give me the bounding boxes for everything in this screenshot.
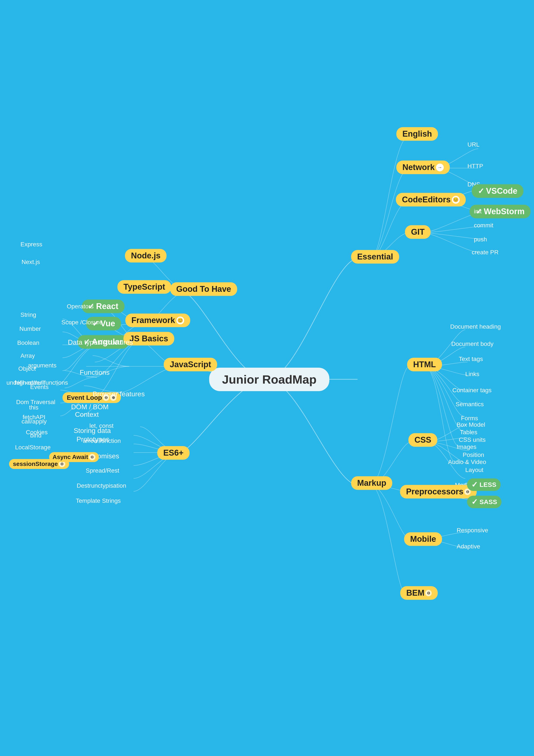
containertags-label: Container tags — [452, 387, 492, 394]
express-label: Express — [20, 241, 42, 248]
bem-label: BEM ⊖ — [400, 586, 438, 600]
links-label: Links — [465, 371, 479, 378]
layout-node: Layout — [465, 467, 483, 473]
images-node: Images — [457, 444, 476, 450]
preprocessors-label: Preprocessors ⊖ — [400, 485, 477, 499]
asyncawait-label: Async Await ⊖ — [49, 452, 99, 462]
arguments-label: arguments — [28, 362, 57, 369]
framework-label: Framework 😊 — [125, 313, 190, 327]
arrowfunc-node: arrow function — [83, 438, 121, 445]
typescript-node: TypeScript — [117, 280, 171, 294]
good-to-have-node: Good To Have — [170, 282, 237, 296]
arrowfunc-label: arrow function — [83, 438, 121, 445]
asyncawait-node: Async Await ⊖ — [49, 452, 99, 462]
number-label: Number — [19, 325, 41, 332]
english-label: English — [396, 127, 438, 141]
init-node: init — [474, 208, 482, 215]
position-label: Position — [463, 451, 484, 458]
css-node: CSS — [408, 433, 437, 447]
essential-node: Essential — [351, 250, 399, 263]
docheading-node: Document heading — [450, 323, 501, 330]
express-node: Express — [20, 241, 42, 248]
texttags-label: Text tags — [459, 356, 483, 363]
push-label: push — [474, 236, 487, 243]
context-label: Context — [75, 411, 99, 418]
templatestrings-node: Template Strings — [76, 498, 121, 504]
css-label: CSS — [408, 433, 437, 447]
spreadrest-label: Spread/Rest — [86, 467, 119, 474]
containertags-node: Container tags — [452, 387, 492, 394]
html-label: HTML — [407, 358, 442, 371]
codeeditors-node: CodeEditors 😊 — [396, 193, 466, 206]
network-node: Network → — [396, 161, 450, 174]
boxmodel-node: Box Model — [457, 421, 485, 428]
cssunits-node: CSS units — [459, 436, 486, 443]
preprocessors-node: Preprocessors ⊖ — [400, 485, 477, 499]
commit-node: commit — [474, 222, 493, 229]
codeeditors-label: CodeEditors 😊 — [396, 193, 466, 206]
push-node: push — [474, 236, 487, 243]
cssunits-label: CSS units — [459, 436, 486, 443]
tables-node: Tables — [460, 429, 477, 436]
url-label: URL — [468, 141, 479, 148]
responsive-label: Responsive — [457, 527, 488, 534]
array-label: Array — [20, 352, 35, 359]
center-label: Junior RoadMap — [209, 368, 330, 391]
markup-node: Markup — [351, 476, 392, 490]
audiovideo-label: Audio & Video — [448, 459, 486, 466]
mobile-node: Mobile — [404, 532, 442, 546]
letconst-node: let, const — [89, 422, 114, 429]
bem-node: BEM ⊖ — [400, 586, 438, 600]
scopeclosure-label: Scope /Closure — [62, 319, 103, 326]
arguments-node: arguments — [28, 362, 57, 369]
boolean-node: Boolean — [17, 339, 39, 346]
nodejs-label: Node.js — [125, 249, 166, 262]
events-node: Events — [30, 384, 49, 391]
adaptive-node: Adaptive — [457, 543, 480, 550]
git-label: GIT — [405, 225, 431, 239]
localstorage-label: LocalStorage — [15, 444, 51, 451]
array-node: Array — [20, 352, 35, 359]
docbody-label: Document body — [451, 340, 494, 347]
audiovideo-node: Audio & Video — [448, 459, 486, 466]
browserfeatures-label: Browser features — [93, 390, 145, 398]
fetchapi-label: fetchAPI — [23, 414, 45, 421]
nodejs-node: Node.js — [125, 249, 166, 262]
url-node: URL — [468, 141, 479, 148]
responsive-node: Responsive — [457, 527, 488, 534]
javascript-node: JavaScript — [164, 358, 217, 371]
dombom-label: DOM / BOM — [71, 403, 109, 411]
less-node: LESS — [467, 478, 501, 491]
cookies-node: Cookies — [26, 429, 48, 436]
vscode-label: VSCode — [472, 184, 523, 198]
links-node: Links — [465, 371, 479, 378]
operators-label: Operators — [67, 303, 94, 310]
events-label: Events — [30, 384, 49, 391]
docbody-node: Document body — [451, 340, 494, 347]
commit-label: commit — [474, 222, 493, 229]
framework-node: Framework 😊 — [125, 313, 190, 327]
docheading-label: Document heading — [450, 323, 501, 330]
tables-label: Tables — [460, 429, 477, 436]
good-to-have-label: Good To Have — [170, 282, 237, 296]
dombom-node: DOM / BOM — [71, 403, 109, 411]
templatestrings-label: Template Strings — [76, 498, 121, 504]
network-label: Network → — [396, 161, 450, 174]
texttags-node: Text tags — [459, 356, 483, 363]
string-node: String — [20, 311, 36, 318]
operators-node: Operators — [67, 303, 94, 310]
destructuring-label: Destrunctурisation — [77, 482, 126, 489]
sass-label: SASS — [467, 496, 501, 508]
fetchapi-node: fetchAPI — [23, 414, 45, 421]
adaptive-label: Adaptive — [457, 543, 480, 550]
forms-node: Forms — [461, 415, 478, 422]
javascript-label: JavaScript — [164, 358, 217, 371]
nextjs-label: Next.js — [21, 258, 40, 265]
html-node: HTML — [407, 358, 442, 371]
vscode-node: VSCode — [472, 184, 523, 198]
browserfeatures-node: Browser features — [93, 390, 145, 398]
es6-label: ES6+ — [157, 446, 190, 460]
init-label: init — [474, 208, 482, 215]
functions-node: Functions — [80, 368, 110, 376]
scopeclosure-node: Scope /Closure — [62, 319, 103, 326]
